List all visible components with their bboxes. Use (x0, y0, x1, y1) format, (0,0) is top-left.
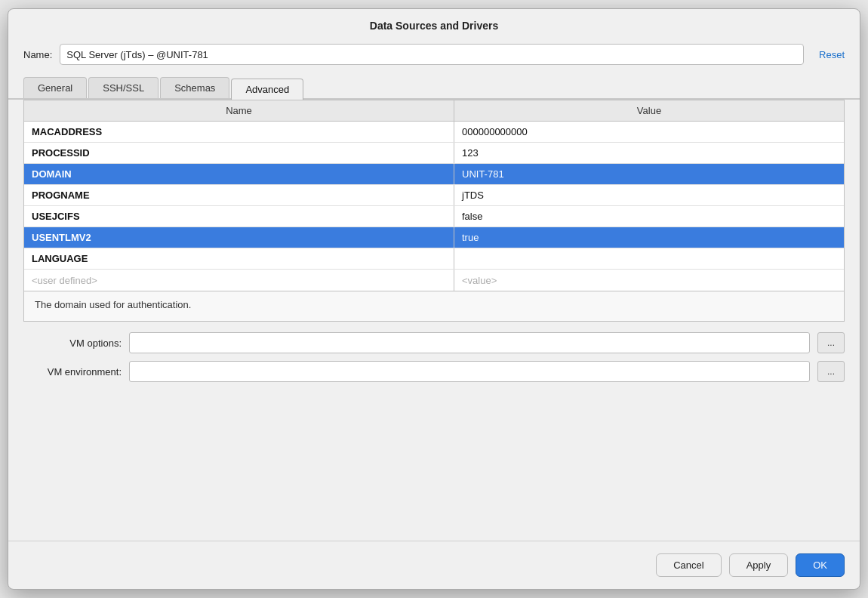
cell-value-usejcifs: false (454, 206, 844, 227)
table-header: Name Value (24, 100, 844, 122)
vm-options-browse-button[interactable]: ... (817, 332, 845, 353)
bottom-bar: Cancel Apply OK (8, 541, 860, 589)
vm-options-input[interactable] (129, 332, 810, 353)
name-row: Name: Reset (8, 39, 860, 72)
table-row[interactable]: PROGNAME jTDS (24, 185, 844, 206)
vm-section: VM options: ... VM environment: ... (8, 322, 860, 387)
table-row-user-defined[interactable]: <user defined> <value> (24, 270, 844, 291)
table-row[interactable]: LANGUAGE (24, 248, 844, 270)
cell-value-progname: jTDS (454, 185, 844, 205)
cell-value-usentlmv2: true (454, 227, 844, 248)
cell-name-processid: PROCESSID (24, 143, 454, 163)
table-wrapper: Name Value MACADDRESS 000000000000 PROCE… (8, 100, 860, 322)
tabs-row: General SSH/SSL Schemas Advanced (8, 72, 860, 100)
vm-environment-row: VM environment: ... (23, 361, 845, 382)
tab-general[interactable]: General (23, 77, 87, 98)
name-label: Name: (23, 49, 52, 60)
dialog-title: Data Sources and Drivers (8, 9, 860, 39)
cell-name-usentlmv2: USENTLMV2 (24, 227, 454, 248)
cell-value-domain: UNIT-781 (454, 164, 844, 184)
name-input[interactable] (60, 44, 804, 65)
tab-advanced[interactable]: Advanced (231, 79, 303, 100)
reset-button[interactable]: Reset (819, 49, 845, 60)
table-row[interactable]: MACADDRESS 000000000000 (24, 122, 844, 143)
data-sources-dialog: Data Sources and Drivers Name: Reset Gen… (8, 8, 860, 590)
table-row[interactable]: USEJCIFS false (24, 206, 844, 227)
table-row-usentlmv2[interactable]: USENTLMV2 true (24, 227, 844, 248)
table-row[interactable]: PROCESSID 123 (24, 143, 844, 164)
properties-table: Name Value MACADDRESS 000000000000 PROCE… (23, 100, 845, 291)
cell-name-progname: PROGNAME (24, 185, 454, 205)
cell-name-usejcifs: USEJCIFS (24, 206, 454, 227)
col-value-header: Value (454, 100, 844, 121)
vm-options-label: VM options: (23, 338, 122, 349)
cell-name-domain: DOMAIN (24, 164, 454, 184)
tab-schemas[interactable]: Schemas (160, 77, 229, 98)
vm-environment-input[interactable] (129, 361, 810, 382)
cell-name-macaddress: MACADDRESS (24, 122, 454, 142)
cell-value-macaddress: 000000000000 (454, 122, 844, 142)
tab-ssh-ssl[interactable]: SSH/SSL (88, 77, 159, 98)
cell-value-user-defined: <value> (454, 270, 844, 291)
cell-name-language: LANGUAGE (24, 248, 454, 269)
cell-value-processid: 123 (454, 143, 844, 163)
vm-options-row: VM options: ... (23, 332, 845, 353)
cancel-button[interactable]: Cancel (656, 553, 721, 577)
apply-button[interactable]: Apply (729, 553, 789, 577)
cell-value-language (454, 248, 844, 269)
ok-button[interactable]: OK (796, 553, 845, 577)
description-box: The domain used for authentication. (23, 291, 845, 322)
table-row-domain[interactable]: DOMAIN UNIT-781 (24, 164, 844, 185)
col-name-header: Name (24, 100, 454, 121)
vm-environment-label: VM environment: (23, 366, 122, 378)
vm-environment-browse-button[interactable]: ... (817, 361, 845, 382)
cell-name-user-defined: <user defined> (24, 270, 454, 291)
